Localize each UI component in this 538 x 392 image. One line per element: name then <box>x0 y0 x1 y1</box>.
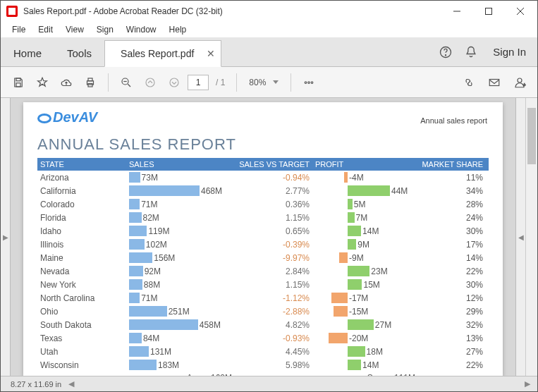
close-button[interactable] <box>504 1 536 22</box>
minimize-button[interactable] <box>441 1 472 22</box>
document-tab[interactable]: Sales Report.pdf ✕ <box>104 40 221 67</box>
cell-share: 28% <box>418 200 486 209</box>
cell-share: 29% <box>418 307 486 317</box>
menu-sign[interactable]: Sign <box>91 23 119 36</box>
zoom-dropdown[interactable]: 80% <box>244 75 283 90</box>
cell-sales: 156M <box>129 252 235 263</box>
zoom-search-icon[interactable] <box>116 72 137 93</box>
cell-share: 24% <box>418 213 486 223</box>
profit-bar <box>348 212 355 223</box>
save-icon[interactable] <box>8 72 29 93</box>
help-icon[interactable] <box>438 44 453 60</box>
cell-svt: -0.93% <box>235 333 312 343</box>
th-state: STATE <box>37 160 129 169</box>
sales-bar <box>129 306 167 317</box>
page-dimensions-label: 8.27 x 11.69 in <box>11 380 61 388</box>
page-area[interactable]: DevAV Annual sales report ANNUAL SALES R… <box>11 98 515 376</box>
more-icon[interactable] <box>298 72 319 93</box>
left-panel-handle[interactable]: ▶ <box>1 98 11 376</box>
hscroll-right-icon[interactable]: ▶ <box>522 379 537 388</box>
svg-point-15 <box>170 78 178 87</box>
cell-sales: 458M <box>129 319 235 330</box>
cell-state: Maine <box>37 253 129 263</box>
email-icon[interactable] <box>484 72 505 93</box>
cell-profit: 44M <box>312 185 418 196</box>
tools-tab[interactable]: Tools <box>54 40 104 66</box>
close-tab-icon[interactable]: ✕ <box>207 49 215 59</box>
hscroll-left-icon[interactable]: ◀ <box>66 379 77 388</box>
cell-share: 12% <box>418 293 486 303</box>
scrollbar-thumb[interactable] <box>527 108 536 164</box>
sales-value: 119M <box>148 226 169 236</box>
print-icon[interactable] <box>80 72 101 93</box>
cell-svt: 0.36% <box>235 200 312 209</box>
toolbar: / 1 80% + <box>1 67 537 98</box>
profit-bar <box>348 346 365 357</box>
page-number-input[interactable] <box>188 75 209 90</box>
vertical-scrollbar[interactable] <box>525 98 537 376</box>
sign-in-button[interactable]: Sign In <box>489 46 530 58</box>
profit-value: 14M <box>362 226 379 236</box>
maximize-button[interactable] <box>472 1 504 22</box>
cell-svt: 0.65% <box>235 226 312 236</box>
cell-profit: 14M <box>312 360 418 370</box>
profit-bar <box>348 266 369 276</box>
profit-bar <box>344 172 348 183</box>
cell-state: South Dakota <box>37 320 129 330</box>
profile-icon[interactable]: + <box>509 72 530 93</box>
menu-edit[interactable]: Edit <box>32 23 59 36</box>
profit-bar <box>329 333 348 343</box>
titlebar: Sales Report.pdf - Adobe Acrobat Reader … <box>1 1 537 22</box>
cell-sales: 131M <box>129 346 235 357</box>
sales-bar <box>129 279 142 290</box>
table-row: Ohio251M-2.88%-15M29% <box>37 305 489 318</box>
sales-bar <box>129 319 198 330</box>
page-up-icon[interactable] <box>140 72 161 93</box>
table-header: STATE SALES SALES VS TARGET PROFIT MARKE… <box>37 158 489 171</box>
sales-bar <box>129 226 147 236</box>
cell-share: 34% <box>418 186 486 196</box>
sales-value: 468M <box>201 186 222 196</box>
sales-bar <box>129 293 140 303</box>
star-icon[interactable] <box>32 72 53 93</box>
profit-bar <box>348 319 374 330</box>
svg-rect-6 <box>16 78 20 81</box>
svg-point-18 <box>312 81 314 83</box>
profit-value: 15M <box>363 280 379 290</box>
home-tab[interactable]: Home <box>1 40 54 66</box>
sales-value: 251M <box>169 307 190 317</box>
menu-help[interactable]: Help <box>164 23 192 36</box>
cell-profit: -20M <box>312 333 418 343</box>
cell-share: 11% <box>418 173 486 183</box>
svg-rect-7 <box>16 82 20 86</box>
th-profit: PROFIT <box>312 160 418 169</box>
link-icon[interactable] <box>458 72 479 93</box>
right-panel-handle[interactable]: ◀ <box>515 98 525 376</box>
cell-state: Ohio <box>37 307 129 317</box>
cell-profit: 27M <box>312 319 418 330</box>
table-row: Nevada92M2.84%23M22% <box>37 264 489 278</box>
cell-state: Illinois <box>37 240 129 250</box>
profit-value: -20M <box>349 333 368 343</box>
cell-share: 13% <box>418 333 486 343</box>
cell-profit: 23M <box>312 266 418 276</box>
cell-share: 27% <box>418 347 486 357</box>
page-down-icon[interactable] <box>164 72 185 93</box>
bell-icon[interactable] <box>463 44 479 60</box>
table-row: Arizona73M-0.94%-4M11% <box>37 171 489 184</box>
sales-value: 183M <box>158 360 179 370</box>
svg-point-14 <box>146 78 154 87</box>
pdf-page: DevAV Annual sales report ANNUAL SALES R… <box>23 102 503 376</box>
menu-view[interactable]: View <box>60 23 90 36</box>
menu-window[interactable]: Window <box>121 23 162 36</box>
profit-bar <box>339 252 348 263</box>
cell-svt: -0.39% <box>235 240 312 250</box>
cell-svt: -0.94% <box>235 173 312 183</box>
profit-value: 9M <box>357 240 369 250</box>
cell-profit: -17M <box>312 293 418 303</box>
cloud-upload-icon[interactable] <box>56 72 77 93</box>
cell-profit: -4M <box>312 172 418 183</box>
menu-file[interactable]: File <box>6 23 31 36</box>
toolbar-separator <box>291 73 291 92</box>
svg-rect-10 <box>88 83 92 87</box>
